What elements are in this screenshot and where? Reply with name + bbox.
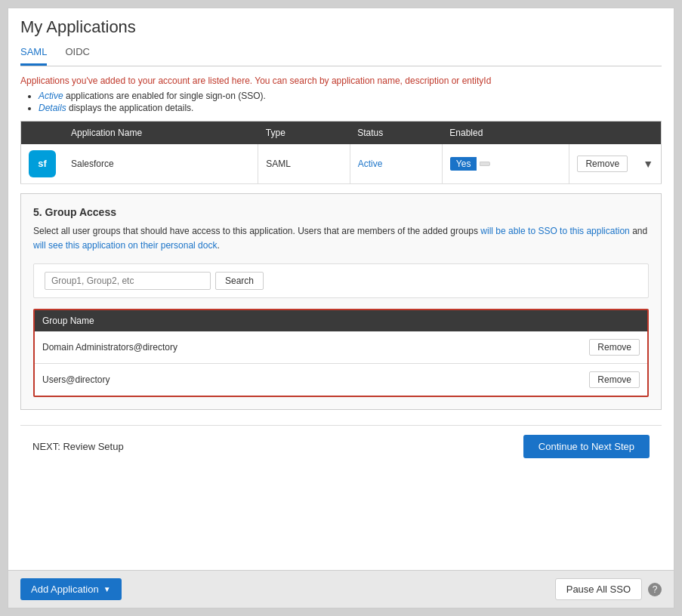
section-description: Select all user groups that should have … (33, 224, 649, 253)
app-expand-cell: ▼ (635, 144, 661, 184)
add-application-button[interactable]: Add Application ▼ (20, 578, 122, 600)
app-enabled-cell: Yes (442, 144, 569, 184)
toggle-yes-button[interactable]: Yes (450, 157, 477, 171)
continue-button[interactable]: Continue to Next Step (523, 435, 650, 458)
tab-oidc[interactable]: OIDC (65, 43, 90, 66)
app-remove-cell: Remove (569, 144, 635, 184)
remove-app-button[interactable]: Remove (577, 156, 628, 172)
app-status-cell: Active (350, 144, 442, 184)
pause-sso-button[interactable]: Pause All SSO (555, 578, 642, 600)
col-enabled: Enabled (442, 122, 569, 145)
group-remove-cell-2: Remove (579, 364, 647, 396)
footer-left: Add Application ▼ (20, 578, 122, 600)
tab-saml[interactable]: SAML (20, 43, 47, 66)
group-table-wrapper: Group Name Domain Administrators@directo… (33, 309, 649, 397)
group-access-panel: 5. Group Access Select all user groups t… (20, 193, 662, 410)
bullet-list: Active applications are enabled for sing… (39, 91, 662, 113)
group-name-1: Domain Administrators@directory (35, 331, 579, 364)
group-name-2: Users@directory (35, 364, 579, 396)
app-logo-cell: sf (21, 144, 64, 184)
add-application-label: Add Application (31, 584, 99, 595)
group-table: Group Name Domain Administrators@directo… (35, 310, 647, 396)
bullet1-italic: Active (39, 91, 63, 101)
search-row: Search (33, 263, 649, 298)
tab-bar: SAML OIDC (20, 43, 662, 66)
add-app-caret-icon: ▼ (103, 585, 111, 593)
group-row-1: Domain Administrators@directory Remove (35, 331, 647, 364)
table-row: sf Salesforce SAML Active Yes (21, 144, 662, 184)
section-title: 5. Group Access (33, 206, 649, 218)
help-icon[interactable]: ? (648, 583, 662, 596)
footer-right: Pause All SSO ? (555, 578, 662, 600)
page-footer: Add Application ▼ Pause All SSO ? (8, 570, 674, 608)
col-logo (21, 122, 64, 145)
info-text: Applications you've added to your accoun… (20, 75, 662, 86)
col-expand (635, 122, 661, 145)
col-status: Status (350, 122, 442, 145)
group-col-name: Group Name (35, 310, 579, 331)
toggle-slider[interactable] (480, 162, 490, 166)
next-row: NEXT: Review Setup Continue to Next Step (20, 425, 662, 467)
col-action (569, 122, 635, 145)
search-button[interactable]: Search (215, 272, 264, 290)
status-active-label: Active (358, 159, 383, 169)
group-col-action (579, 310, 647, 331)
application-table: Application Name Type Status Enabled sf (20, 121, 662, 184)
group-search-input[interactable] (45, 272, 211, 290)
col-app-name: Application Name (63, 122, 258, 145)
col-type: Type (258, 122, 350, 145)
toggle-wrapper: Yes (450, 157, 562, 171)
bullet1-rest: applications are enabled for single sign… (63, 91, 266, 101)
expand-chevron-icon[interactable]: ▼ (643, 158, 653, 170)
salesforce-logo: sf (29, 150, 56, 177)
app-type-cell: SAML (258, 144, 350, 184)
next-label: NEXT: Review Setup (32, 441, 124, 452)
group-row-2: Users@directory Remove (35, 364, 647, 396)
bullet2-rest: displays the application details. (66, 103, 194, 113)
svg-text:sf: sf (38, 158, 47, 169)
bullet2-italic: Details (39, 103, 66, 113)
page-title: My Applications (20, 17, 662, 37)
remove-group-2-button[interactable]: Remove (589, 371, 640, 388)
app-name-cell: Salesforce (63, 144, 258, 184)
group-remove-cell-1: Remove (579, 331, 647, 364)
remove-group-1-button[interactable]: Remove (589, 339, 640, 356)
